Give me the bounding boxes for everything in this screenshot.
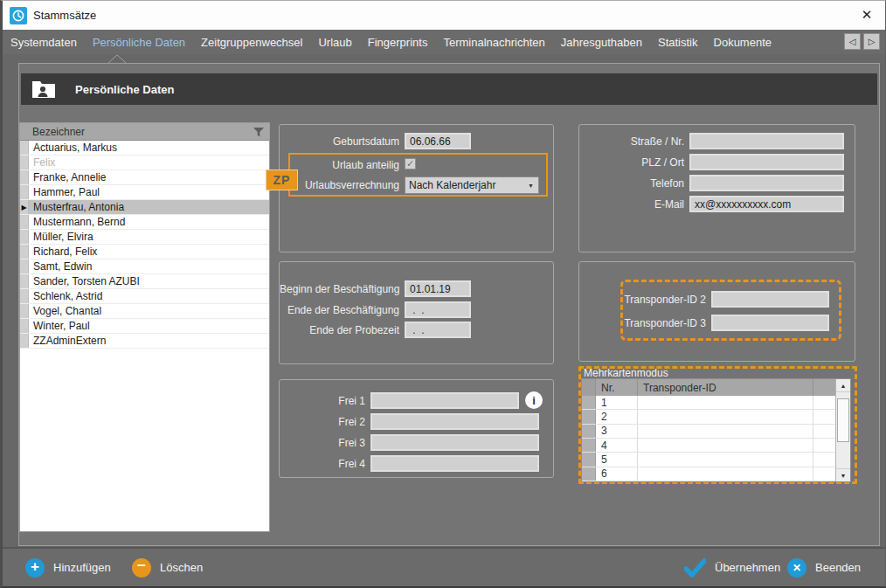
title-bar: Stammsätze ✕ (3, 1, 885, 30)
tab-dokumente[interactable]: Dokumente (706, 36, 779, 49)
row-gutter (20, 215, 29, 229)
transponder-id2-input[interactable] (711, 291, 829, 308)
telefon-input[interactable] (689, 175, 844, 191)
beenden-label: Beenden (815, 561, 861, 574)
beenden-button[interactable]: ✕ Beenden (787, 549, 861, 586)
urlaubsverrechnung-label: Urlaubsverrechnung (280, 179, 405, 191)
strasse-input[interactable] (689, 133, 844, 149)
row-transponder-id (638, 396, 813, 409)
uebernehmen-label: Übernehmen (715, 561, 780, 574)
list-item-label: Musterfrau, Antonia (29, 201, 124, 213)
list-item[interactable]: Müller, Elvira (20, 230, 269, 245)
group-employment: Beginn der Beschäftigung 01.01.19 Ende d… (279, 261, 554, 364)
scrollbar-thumb[interactable] (837, 398, 849, 442)
list-item[interactable]: Richard, Felix (20, 245, 269, 259)
tab-scroll-left-button[interactable]: ◁ (844, 33, 861, 50)
column-header-nr[interactable]: Nr. (596, 379, 638, 396)
bezeichner-list-body: Actuarius, MarkusFelixFranke, AnnelieHam… (20, 141, 269, 349)
tab-systemdaten[interactable]: Systemdaten (3, 36, 85, 49)
urlaubsverrechnung-value: Nach Kalenderjahr (409, 179, 495, 191)
frei1-input[interactable] (370, 392, 519, 409)
column-header-transponder-id[interactable]: Transponder-ID (638, 379, 813, 396)
content-area: Persönliche Daten Bezeichner Actuarius, … (3, 54, 885, 550)
transponder-id3-input[interactable] (711, 315, 829, 331)
active-tab-notch (108, 54, 126, 63)
row-filler (813, 425, 835, 438)
app-clock-icon (10, 7, 27, 24)
list-item[interactable]: Felix (20, 156, 269, 170)
mehrkarten-row[interactable]: 2 (582, 410, 835, 424)
tab-persönliche-daten[interactable]: Persönliche Daten (85, 36, 193, 49)
beginn-beschaeftigung-label: Beginn der Beschäftigung (280, 283, 405, 295)
mehrkarten-row[interactable]: 1 (582, 396, 835, 410)
chevron-right-icon: ▷ (869, 37, 876, 46)
list-item[interactable]: Hammer, Paul (20, 185, 269, 200)
frei4-input[interactable] (370, 455, 539, 472)
list-item-label: Winter, Paul (29, 320, 90, 332)
hinzufuegen-button[interactable]: + Hinzufügen (25, 549, 111, 586)
list-item-label: Actuarius, Markus (29, 142, 117, 154)
tab-jahresguthaben[interactable]: Jahresguthaben (553, 36, 650, 49)
list-item[interactable]: ▶Musterfrau, Antonia (20, 200, 269, 215)
row-transponder-id (638, 425, 813, 438)
row-number: 5 (596, 453, 638, 466)
beginn-beschaeftigung-input[interactable]: 01.01.19 (405, 280, 471, 297)
scroll-down-button[interactable]: ▼ (836, 468, 850, 481)
frei2-input[interactable] (370, 413, 539, 430)
mehrkarten-row[interactable]: 6 (582, 467, 835, 481)
list-item[interactable]: Samt, Edwin (20, 259, 269, 274)
ende-probezeit-input[interactable]: . . (405, 322, 471, 338)
list-item[interactable]: Sander, Torsten AZUBI (20, 274, 269, 289)
tab-statistik[interactable]: Statistik (650, 36, 706, 49)
tab-scroll-right-button[interactable]: ▷ (863, 33, 880, 50)
tab-bar: SystemdatenPersönliche DatenZeitgruppenw… (3, 30, 885, 54)
row-transponder-id (638, 467, 813, 481)
section-header: Persönliche Daten (21, 73, 877, 105)
urlaubsverrechnung-select[interactable]: Nach Kalenderjahr ▼ (405, 176, 539, 194)
info-glyph: i (532, 394, 536, 407)
loeschen-button[interactable]: − Löschen (132, 549, 203, 586)
list-item[interactable]: Schlenk, Astrid (20, 289, 269, 304)
filter-icon[interactable] (253, 128, 264, 137)
list-item[interactable]: Franke, Annelie (20, 170, 269, 185)
row-number: 2 (596, 410, 638, 423)
geburtsdatum-input[interactable]: 06.06.66 (405, 133, 471, 149)
urlaub-anteilig-checkbox[interactable]: ✓ (405, 158, 416, 169)
person-folder-icon (31, 80, 56, 99)
uebernehmen-button[interactable]: Übernehmen (684, 549, 780, 586)
mehrkarten-title: Mehrkartenmodus (584, 367, 668, 379)
tab-zeitgruppenwechsel[interactable]: Zeitgruppenwechsel (193, 36, 310, 49)
section-title: Persönliche Daten (75, 83, 174, 96)
mehrkarten-row[interactable]: 5 (582, 453, 835, 467)
frei3-input[interactable] (370, 434, 539, 451)
scroll-up-button[interactable]: ▲ (836, 379, 850, 392)
transponder-id3-label: Transponder-ID 3 (579, 317, 711, 329)
info-icon[interactable]: i (525, 391, 543, 409)
list-item[interactable]: Vogel, Chantal (20, 304, 269, 319)
tab-fingerprints[interactable]: Fingerprints (360, 36, 436, 49)
email-input[interactable]: xx@xxxxxxxxxx.com (689, 196, 844, 212)
plz-ort-label: PLZ / Ort (579, 156, 689, 169)
x-circle-icon: ✕ (787, 558, 806, 578)
tab-terminalnachrichten[interactable]: Terminalnachrichten (435, 36, 552, 49)
row-gutter (20, 230, 29, 244)
table-scrollbar[interactable]: ▲ ▼ (835, 379, 850, 481)
row-transponder-id (638, 410, 813, 423)
mehrkarten-table: Nr. Transponder-ID 123456 ▲ ▼ (581, 378, 851, 482)
mehrkarten-row[interactable]: 3 (582, 425, 835, 439)
list-item[interactable]: Actuarius, Markus (20, 141, 269, 156)
list-item[interactable]: Mustermann, Bernd (20, 215, 269, 230)
ende-beschaeftigung-input[interactable]: . . (405, 301, 471, 318)
list-item[interactable]: Winter, Paul (20, 319, 269, 334)
minus-glyph: − (137, 557, 146, 575)
tab-urlaub[interactable]: Urlaub (310, 36, 359, 49)
row-gutter (20, 156, 29, 169)
row-gutter (582, 453, 596, 466)
plz-ort-input[interactable] (689, 154, 844, 170)
minus-icon: − (132, 558, 151, 578)
row-filler (813, 439, 835, 452)
email-label: E-Mail (579, 198, 689, 211)
list-item[interactable]: ZZAdminExtern (20, 334, 269, 349)
mehrkarten-row[interactable]: 4 (582, 439, 835, 453)
window-close-button[interactable]: ✕ (854, 3, 880, 27)
